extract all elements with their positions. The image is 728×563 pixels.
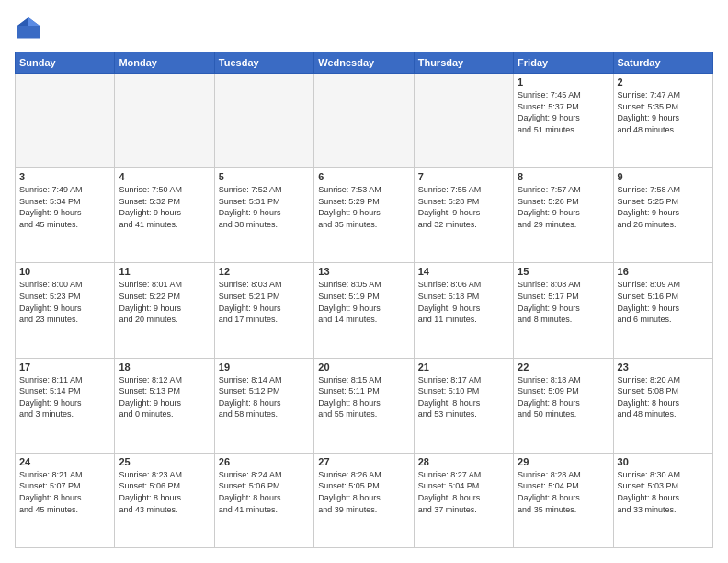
weekday-header-sunday: Sunday <box>16 52 115 74</box>
calendar-cell: 13Sunrise: 8:05 AM Sunset: 5:19 PM Dayli… <box>314 263 414 358</box>
weekday-header-monday: Monday <box>115 52 214 74</box>
week-row-5: 24Sunrise: 8:21 AM Sunset: 5:07 PM Dayli… <box>16 453 713 547</box>
weekday-header-wednesday: Wednesday <box>314 52 414 74</box>
day-number: 25 <box>119 456 210 467</box>
calendar-cell: 16Sunrise: 8:09 AM Sunset: 5:16 PM Dayli… <box>613 263 712 358</box>
day-info: Sunrise: 8:20 AM Sunset: 5:08 PM Dayligh… <box>618 374 709 420</box>
day-number: 16 <box>618 266 709 277</box>
day-number: 13 <box>318 266 409 277</box>
day-number: 1 <box>518 76 609 87</box>
day-info: Sunrise: 7:45 AM Sunset: 5:37 PM Dayligh… <box>518 89 609 135</box>
calendar-cell: 12Sunrise: 8:03 AM Sunset: 5:21 PM Dayli… <box>214 263 313 358</box>
day-number: 17 <box>19 362 110 373</box>
day-number: 24 <box>19 456 110 467</box>
week-row-1: 1Sunrise: 7:45 AM Sunset: 5:37 PM Daylig… <box>16 74 713 168</box>
day-info: Sunrise: 8:17 AM Sunset: 5:10 PM Dayligh… <box>418 374 509 420</box>
week-row-3: 10Sunrise: 8:00 AM Sunset: 5:23 PM Dayli… <box>16 263 713 358</box>
weekday-header-thursday: Thursday <box>414 52 513 74</box>
day-info: Sunrise: 8:23 AM Sunset: 5:06 PM Dayligh… <box>119 469 210 515</box>
day-info: Sunrise: 7:50 AM Sunset: 5:32 PM Dayligh… <box>119 184 210 230</box>
calendar-cell: 2Sunrise: 7:47 AM Sunset: 5:35 PM Daylig… <box>613 74 712 168</box>
day-info: Sunrise: 8:06 AM Sunset: 5:18 PM Dayligh… <box>418 279 509 325</box>
calendar-cell: 23Sunrise: 8:20 AM Sunset: 5:08 PM Dayli… <box>613 358 712 453</box>
calendar-cell: 25Sunrise: 8:23 AM Sunset: 5:06 PM Dayli… <box>115 453 214 547</box>
day-number: 11 <box>119 266 210 277</box>
calendar-cell: 28Sunrise: 8:27 AM Sunset: 5:04 PM Dayli… <box>414 453 513 547</box>
day-number: 19 <box>219 362 310 373</box>
logo <box>15 15 46 42</box>
weekday-header-tuesday: Tuesday <box>214 52 313 74</box>
calendar-cell: 21Sunrise: 8:17 AM Sunset: 5:10 PM Dayli… <box>414 358 513 453</box>
calendar-cell: 27Sunrise: 8:26 AM Sunset: 5:05 PM Dayli… <box>314 453 414 547</box>
day-info: Sunrise: 7:52 AM Sunset: 5:31 PM Dayligh… <box>219 184 310 230</box>
day-number: 18 <box>119 362 210 373</box>
day-info: Sunrise: 8:01 AM Sunset: 5:22 PM Dayligh… <box>119 279 210 325</box>
day-number: 6 <box>318 171 409 182</box>
day-number: 26 <box>219 456 310 467</box>
day-number: 29 <box>518 456 609 467</box>
day-info: Sunrise: 7:57 AM Sunset: 5:26 PM Dayligh… <box>518 184 609 230</box>
calendar-cell: 3Sunrise: 7:49 AM Sunset: 5:34 PM Daylig… <box>16 168 115 263</box>
day-info: Sunrise: 8:27 AM Sunset: 5:04 PM Dayligh… <box>418 469 509 515</box>
day-info: Sunrise: 8:00 AM Sunset: 5:23 PM Dayligh… <box>19 279 110 325</box>
day-number: 23 <box>618 362 709 373</box>
weekday-header-saturday: Saturday <box>613 52 712 74</box>
day-number: 20 <box>318 362 409 373</box>
day-info: Sunrise: 8:21 AM Sunset: 5:07 PM Dayligh… <box>19 469 110 515</box>
calendar-cell: 22Sunrise: 8:18 AM Sunset: 5:09 PM Dayli… <box>514 358 613 453</box>
calendar-cell: 4Sunrise: 7:50 AM Sunset: 5:32 PM Daylig… <box>115 168 214 263</box>
day-number: 15 <box>518 266 609 277</box>
calendar-table: SundayMondayTuesdayWednesdayThursdayFrid… <box>15 52 713 548</box>
header <box>15 15 713 42</box>
day-number: 30 <box>618 456 709 467</box>
calendar-cell: 29Sunrise: 8:28 AM Sunset: 5:04 PM Dayli… <box>514 453 613 547</box>
calendar-cell <box>115 74 214 168</box>
day-number: 7 <box>418 171 509 182</box>
calendar-cell: 5Sunrise: 7:52 AM Sunset: 5:31 PM Daylig… <box>214 168 313 263</box>
calendar-cell <box>16 74 115 168</box>
calendar-cell: 17Sunrise: 8:11 AM Sunset: 5:14 PM Dayli… <box>16 358 115 453</box>
calendar-cell: 1Sunrise: 7:45 AM Sunset: 5:37 PM Daylig… <box>514 74 613 168</box>
calendar-cell <box>214 74 313 168</box>
day-info: Sunrise: 8:24 AM Sunset: 5:06 PM Dayligh… <box>219 469 310 515</box>
week-row-2: 3Sunrise: 7:49 AM Sunset: 5:34 PM Daylig… <box>16 168 713 263</box>
calendar-cell: 26Sunrise: 8:24 AM Sunset: 5:06 PM Dayli… <box>214 453 313 547</box>
day-number: 12 <box>219 266 310 277</box>
day-number: 28 <box>418 456 509 467</box>
logo-icon <box>15 15 42 42</box>
calendar-cell: 14Sunrise: 8:06 AM Sunset: 5:18 PM Dayli… <box>414 263 513 358</box>
day-info: Sunrise: 7:53 AM Sunset: 5:29 PM Dayligh… <box>318 184 409 230</box>
day-number: 4 <box>119 171 210 182</box>
day-info: Sunrise: 8:14 AM Sunset: 5:12 PM Dayligh… <box>219 374 310 420</box>
calendar-cell: 8Sunrise: 7:57 AM Sunset: 5:26 PM Daylig… <box>514 168 613 263</box>
calendar-cell: 7Sunrise: 7:55 AM Sunset: 5:28 PM Daylig… <box>414 168 513 263</box>
svg-marker-2 <box>17 17 28 26</box>
day-info: Sunrise: 8:15 AM Sunset: 5:11 PM Dayligh… <box>318 374 409 420</box>
weekday-header-row: SundayMondayTuesdayWednesdayThursdayFrid… <box>16 52 713 74</box>
calendar-cell: 24Sunrise: 8:21 AM Sunset: 5:07 PM Dayli… <box>16 453 115 547</box>
day-info: Sunrise: 8:03 AM Sunset: 5:21 PM Dayligh… <box>219 279 310 325</box>
day-number: 3 <box>19 171 110 182</box>
week-row-4: 17Sunrise: 8:11 AM Sunset: 5:14 PM Dayli… <box>16 358 713 453</box>
day-info: Sunrise: 8:08 AM Sunset: 5:17 PM Dayligh… <box>518 279 609 325</box>
weekday-header-friday: Friday <box>514 52 613 74</box>
page: SundayMondayTuesdayWednesdayThursdayFrid… <box>0 0 728 563</box>
day-info: Sunrise: 7:49 AM Sunset: 5:34 PM Dayligh… <box>19 184 110 230</box>
calendar-cell: 6Sunrise: 7:53 AM Sunset: 5:29 PM Daylig… <box>314 168 414 263</box>
day-number: 21 <box>418 362 509 373</box>
day-number: 27 <box>318 456 409 467</box>
day-info: Sunrise: 7:47 AM Sunset: 5:35 PM Dayligh… <box>618 89 709 135</box>
day-info: Sunrise: 8:11 AM Sunset: 5:14 PM Dayligh… <box>19 374 110 420</box>
day-info: Sunrise: 7:55 AM Sunset: 5:28 PM Dayligh… <box>418 184 509 230</box>
day-number: 8 <box>518 171 609 182</box>
svg-marker-1 <box>28 17 40 26</box>
day-info: Sunrise: 8:26 AM Sunset: 5:05 PM Dayligh… <box>318 469 409 515</box>
day-info: Sunrise: 8:28 AM Sunset: 5:04 PM Dayligh… <box>518 469 609 515</box>
day-number: 5 <box>219 171 310 182</box>
day-number: 14 <box>418 266 509 277</box>
calendar-cell: 11Sunrise: 8:01 AM Sunset: 5:22 PM Dayli… <box>115 263 214 358</box>
day-number: 2 <box>618 76 709 87</box>
calendar-cell: 15Sunrise: 8:08 AM Sunset: 5:17 PM Dayli… <box>514 263 613 358</box>
day-info: Sunrise: 8:30 AM Sunset: 5:03 PM Dayligh… <box>618 469 709 515</box>
day-number: 10 <box>19 266 110 277</box>
